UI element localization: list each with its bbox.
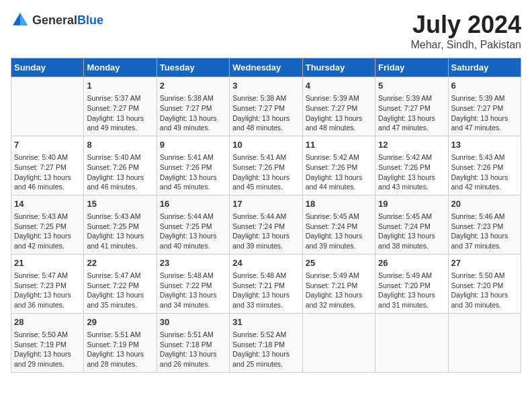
day-info: and 46 minutes.: [14, 182, 81, 192]
day-info: and 36 minutes.: [14, 300, 81, 310]
day-info: Sunrise: 5:41 AM: [232, 152, 299, 163]
day-info: Sunrise: 5:38 AM: [232, 93, 299, 103]
day-info: and 28 minutes.: [87, 359, 153, 369]
header-friday: Friday: [375, 58, 448, 77]
day-info: and 45 minutes.: [232, 182, 299, 192]
day-info: Sunrise: 5:45 AM: [306, 212, 372, 222]
day-number: 13: [451, 139, 518, 151]
day-info: Sunset: 7:25 PM: [14, 222, 81, 232]
day-number: 27: [451, 257, 518, 269]
day-info: Sunrise: 5:43 AM: [451, 152, 518, 163]
page-header: GeneralBlue July 2024 Mehar, Sindh, Paki…: [11, 11, 521, 51]
day-info: Daylight: 13 hours: [232, 231, 299, 241]
day-info: Sunrise: 5:38 AM: [160, 93, 226, 103]
calendar-cell: 28Sunrise: 5:50 AMSunset: 7:19 PMDayligh…: [11, 313, 84, 372]
day-info: Sunrise: 5:51 AM: [160, 330, 226, 340]
calendar-cell: 1Sunrise: 5:37 AMSunset: 7:27 PMDaylight…: [84, 77, 157, 136]
calendar-cell: [11, 77, 84, 136]
day-info: and 45 minutes.: [160, 182, 226, 192]
day-info: Sunrise: 5:42 AM: [306, 152, 372, 163]
day-info: Daylight: 13 hours: [87, 231, 153, 241]
day-info: Sunrise: 5:41 AM: [160, 152, 226, 163]
day-info: Daylight: 13 hours: [451, 113, 518, 124]
day-info: Sunset: 7:22 PM: [160, 281, 226, 291]
calendar-cell: 15Sunrise: 5:43 AMSunset: 7:25 PMDayligh…: [84, 195, 157, 254]
day-info: Daylight: 13 hours: [232, 290, 299, 300]
day-number: 8: [87, 139, 153, 151]
day-info: Sunrise: 5:50 AM: [451, 271, 518, 281]
day-number: 21: [14, 257, 81, 269]
day-info: Sunset: 7:27 PM: [451, 103, 518, 113]
day-info: Sunrise: 5:40 AM: [87, 152, 153, 163]
week-row-2: 7Sunrise: 5:40 AMSunset: 7:27 PMDaylight…: [11, 136, 521, 195]
calendar-cell: 30Sunrise: 5:51 AMSunset: 7:18 PMDayligh…: [157, 313, 229, 372]
day-info: Sunset: 7:27 PM: [232, 103, 299, 113]
day-info: and 47 minutes.: [378, 123, 445, 133]
header-thursday: Thursday: [302, 58, 375, 77]
day-info: and 44 minutes.: [306, 182, 372, 192]
day-number: 17: [232, 198, 299, 210]
day-info: Sunset: 7:19 PM: [87, 340, 153, 350]
day-info: Sunrise: 5:43 AM: [87, 212, 153, 222]
day-number: 23: [160, 257, 226, 269]
day-number: 1: [87, 80, 153, 92]
day-info: and 49 minutes.: [160, 123, 226, 133]
day-number: 28: [14, 316, 81, 328]
day-info: Sunset: 7:18 PM: [160, 340, 226, 350]
day-info: Daylight: 13 hours: [87, 173, 153, 183]
calendar-cell: 27Sunrise: 5:50 AMSunset: 7:20 PMDayligh…: [448, 254, 521, 313]
day-info: Sunset: 7:23 PM: [14, 281, 81, 291]
day-info: Sunrise: 5:40 AM: [14, 152, 81, 163]
day-info: Daylight: 13 hours: [232, 173, 299, 183]
day-info: Sunset: 7:26 PM: [160, 163, 226, 173]
logo-text: GeneralBlue: [32, 13, 103, 28]
day-info: Daylight: 13 hours: [14, 290, 81, 300]
logo-icon: [11, 11, 30, 30]
calendar-cell: 25Sunrise: 5:49 AMSunset: 7:21 PMDayligh…: [302, 254, 375, 313]
day-info: Daylight: 13 hours: [87, 113, 153, 124]
day-info: Daylight: 13 hours: [378, 113, 445, 124]
header-tuesday: Tuesday: [157, 58, 229, 77]
day-number: 2: [160, 80, 226, 92]
day-info: Sunset: 7:19 PM: [14, 340, 81, 350]
day-info: Daylight: 13 hours: [87, 349, 153, 359]
day-info: Sunrise: 5:47 AM: [14, 271, 81, 281]
day-number: 4: [306, 80, 372, 92]
day-info: Sunrise: 5:39 AM: [306, 93, 372, 103]
day-info: Sunrise: 5:46 AM: [451, 212, 518, 222]
day-info: Daylight: 13 hours: [451, 290, 518, 300]
day-number: 31: [232, 316, 299, 328]
calendar-cell: [302, 313, 375, 372]
day-number: 10: [232, 139, 299, 151]
day-info: Daylight: 13 hours: [306, 231, 372, 241]
header-row: SundayMondayTuesdayWednesdayThursdayFrid…: [11, 58, 521, 77]
week-row-4: 21Sunrise: 5:47 AMSunset: 7:23 PMDayligh…: [11, 254, 521, 313]
day-number: 24: [232, 257, 299, 269]
day-info: Daylight: 13 hours: [160, 231, 226, 241]
day-number: 25: [306, 257, 372, 269]
day-info: Daylight: 13 hours: [14, 231, 81, 241]
day-info: Sunset: 7:26 PM: [87, 163, 153, 173]
calendar-cell: 8Sunrise: 5:40 AMSunset: 7:26 PMDaylight…: [84, 136, 157, 195]
calendar-cell: 14Sunrise: 5:43 AMSunset: 7:25 PMDayligh…: [11, 195, 84, 254]
day-info: Sunrise: 5:48 AM: [232, 271, 299, 281]
header-monday: Monday: [84, 58, 157, 77]
day-info: Sunrise: 5:44 AM: [160, 212, 226, 222]
day-info: Sunset: 7:26 PM: [378, 163, 445, 173]
calendar-cell: 29Sunrise: 5:51 AMSunset: 7:19 PMDayligh…: [84, 313, 157, 372]
day-info: Sunrise: 5:49 AM: [378, 271, 445, 281]
day-number: 19: [378, 198, 445, 210]
day-number: 12: [378, 139, 445, 151]
subtitle: Mehar, Sindh, Pakistan: [410, 39, 521, 51]
calendar-cell: 31Sunrise: 5:52 AMSunset: 7:18 PMDayligh…: [230, 313, 302, 372]
day-info: Sunset: 7:21 PM: [232, 281, 299, 291]
calendar-cell: 18Sunrise: 5:45 AMSunset: 7:24 PMDayligh…: [302, 195, 375, 254]
logo: GeneralBlue: [11, 11, 103, 30]
day-info: Daylight: 13 hours: [14, 349, 81, 359]
day-info: Sunrise: 5:52 AM: [232, 330, 299, 340]
day-info: Daylight: 13 hours: [160, 349, 226, 359]
header-saturday: Saturday: [448, 58, 521, 77]
day-info: Sunset: 7:27 PM: [378, 103, 445, 113]
day-info: Daylight: 13 hours: [232, 349, 299, 359]
day-number: 20: [451, 198, 518, 210]
